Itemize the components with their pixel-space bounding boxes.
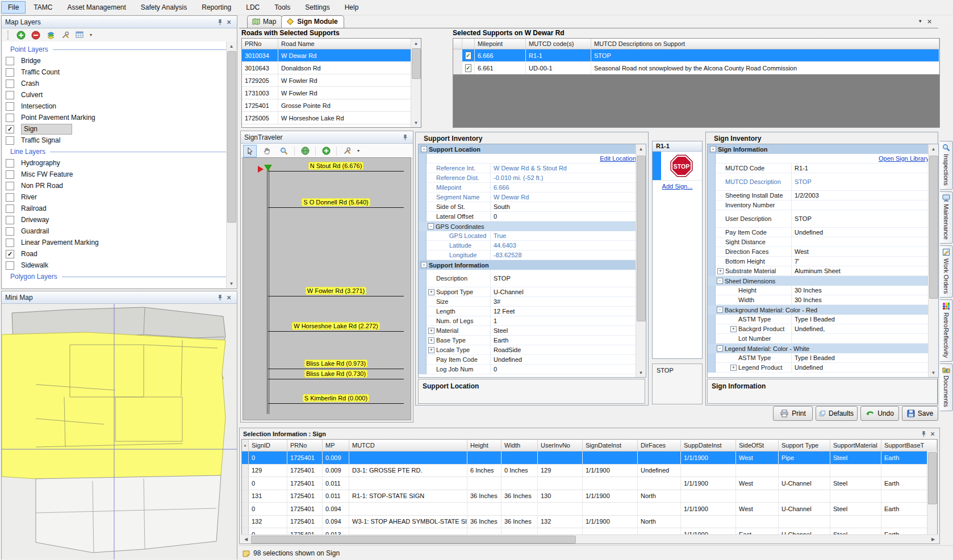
column-header[interactable]: UserInvNo — [538, 440, 583, 451]
column-header[interactable]: SignID — [249, 440, 287, 451]
column-header[interactable]: DirFaces — [638, 440, 681, 451]
layer-row[interactable]: Line Layers — [2, 146, 236, 157]
property-row[interactable]: Pay Item Code Undefined — [708, 228, 938, 237]
property-row[interactable]: Lot Number — [708, 334, 938, 344]
property-row[interactable]: GPS Located True — [419, 231, 646, 241]
tab-list-chevron-icon[interactable]: ▾ — [919, 18, 922, 25]
column-header[interactable]: SideOfSt — [736, 440, 779, 451]
property-row[interactable]: Num. of Legs 1 — [419, 316, 646, 326]
dropdown-arrow-icon[interactable]: ▾ — [90, 32, 92, 37]
property-row[interactable]: Sheeting Install Date 1/2/2003 — [708, 191, 938, 200]
layers-scrollbar[interactable]: ▲▼ — [226, 41, 236, 288]
property-row[interactable]: Segment Name W Dewar Rd — [419, 193, 646, 202]
layer-row[interactable]: Culvert — [2, 89, 236, 101]
property-row[interactable]: -Legend Material: Color - White — [708, 344, 938, 353]
column-header[interactable]: SignDateInst — [583, 440, 638, 451]
layer-checkbox[interactable] — [6, 159, 14, 168]
column-header[interactable]: SupportBaseT — [881, 440, 937, 451]
menu-item[interactable]: Asset Management — [60, 1, 132, 14]
property-row[interactable]: ASTM Type Type I Beaded — [708, 315, 938, 324]
property-row[interactable]: MUTCD Description STOP — [708, 173, 938, 191]
property-row[interactable]: Reference Dist. -0.010 mi. (-52 ft.) — [419, 173, 646, 183]
column-header[interactable]: SuppDateInst — [681, 440, 736, 451]
road-row[interactable]: 3010034 W Dewar Rd — [242, 49, 421, 62]
layer-checkbox[interactable] — [6, 102, 14, 111]
tab-sign-module[interactable]: Sign Module — [281, 15, 344, 28]
column-header[interactable]: PRNo — [242, 39, 278, 49]
pin-icon[interactable] — [919, 429, 928, 438]
road-row[interactable]: 3010643 Donaldson Rd — [242, 62, 421, 74]
layer-checkbox[interactable] — [6, 261, 14, 270]
expand-box-icon[interactable]: + — [428, 337, 434, 344]
crossroad-line[interactable]: Bliss Lake Rd (0.730) — [268, 370, 404, 379]
property-row[interactable]: +Material Steel — [419, 326, 646, 336]
sidetab-maintenance[interactable]: Maintenance — [940, 191, 953, 244]
close-icon[interactable]: × — [928, 429, 937, 438]
layer-checkbox[interactable] — [6, 239, 14, 247]
property-row[interactable]: Sight Distance — [708, 237, 938, 247]
property-row[interactable]: Width 30 Inches — [708, 295, 938, 305]
crossroad-line[interactable]: W Horseshoe Lake Rd (2.272) — [268, 323, 404, 332]
menu-item[interactable]: Help — [338, 1, 366, 14]
layers-icon[interactable] — [45, 30, 56, 40]
undo-button[interactable]: Undo — [860, 406, 899, 421]
menu-item[interactable]: Reporting — [195, 1, 238, 14]
menu-item[interactable]: Tools — [267, 1, 297, 14]
column-header[interactable]: Width — [501, 440, 538, 451]
zoom-icon[interactable] — [277, 145, 291, 157]
expand-box-icon[interactable]: + — [730, 365, 737, 371]
column-header[interactable]: MUTCD — [349, 440, 467, 451]
crossroad-line[interactable]: W Fowler Rd (3.271) — [268, 287, 404, 296]
column-header[interactable]: Support Type — [779, 440, 830, 451]
column-header[interactable]: Milepoint — [475, 39, 526, 49]
selection-vscrollbar[interactable] — [927, 451, 937, 534]
layer-row[interactable]: Linear Pavement Marking — [2, 237, 236, 248]
selection-hscrollbar[interactable]: ◀▶ — [241, 534, 938, 544]
road-row[interactable]: 1729205 W Fowler Rd — [242, 74, 421, 87]
property-row[interactable]: Bottom Height 7' — [708, 257, 938, 266]
layer-row[interactable]: Driveway — [2, 214, 236, 225]
crossroad-line[interactable]: N Stout Rd (6.676) — [268, 162, 404, 172]
column-header[interactable]: MUTCD code(s) — [526, 39, 591, 49]
property-row[interactable]: -Support Information — [419, 260, 646, 270]
column-header[interactable]: SupportMaterial — [830, 440, 881, 451]
property-row[interactable]: Open Sign Library... — [708, 154, 938, 164]
select-cursor-icon[interactable] — [243, 145, 257, 157]
signtraveler-map[interactable]: N Stout Rd (6.676) S O Donnell Rd (5.640… — [243, 157, 411, 420]
road-row[interactable]: 1725005 W Horseshoe Lake Rd — [242, 112, 421, 124]
layer-row[interactable]: Hydrography — [2, 157, 236, 169]
layer-row[interactable]: River — [2, 191, 236, 203]
mini-map-canvas[interactable] — [2, 304, 237, 559]
pin-icon[interactable] — [400, 133, 409, 142]
selection-row[interactable]: 132 1725401 0.094 W3-1: STOP AHEAD SYMBO… — [242, 516, 937, 529]
column-header[interactable]: Road Name — [278, 39, 421, 49]
layer-tools-icon[interactable] — [60, 30, 70, 40]
layer-row[interactable]: Non PR Road — [2, 180, 236, 191]
expand-box-icon[interactable]: - — [717, 345, 723, 352]
expand-box-icon[interactable]: + — [428, 328, 434, 334]
layer-row[interactable]: Bridge — [2, 55, 236, 66]
support-checkbox[interactable]: ✓ — [465, 64, 471, 72]
property-row[interactable]: Length 12 Feet — [419, 307, 646, 316]
property-row[interactable]: Milepoint 6.666 — [419, 183, 646, 193]
expand-box-icon[interactable]: - — [717, 278, 723, 284]
dropdown-arrow-icon[interactable]: ▾ — [357, 148, 360, 153]
add-sign-link[interactable]: Add Sign... — [653, 183, 702, 190]
property-row[interactable]: +Locale Type RoadSide — [419, 345, 646, 355]
roads-scrollbar[interactable]: ▲▼ — [411, 39, 421, 127]
property-row[interactable]: Size 3# — [419, 297, 646, 307]
layer-checkbox[interactable] — [6, 80, 14, 88]
expand-box-icon[interactable]: + — [428, 347, 434, 353]
layer-row[interactable]: Sidewalk — [2, 260, 236, 271]
support-row[interactable]: ✓ 6.666 R1-1 STOP — [453, 49, 939, 62]
property-row[interactable]: Height 30 Inches — [708, 286, 938, 295]
layer-checkbox[interactable] — [6, 68, 14, 77]
property-row[interactable]: MUTCD Code R1-1 — [708, 164, 938, 173]
column-header[interactable]: Height — [467, 440, 501, 451]
expand-box-icon[interactable]: - — [421, 262, 427, 268]
selection-table-header[interactable]: ▴ SignID PRNo MP MUTCD Height Width User… — [242, 440, 937, 452]
property-row[interactable]: User Description STOP — [708, 210, 938, 228]
menu-item[interactable]: TAMC — [27, 1, 59, 14]
property-row[interactable]: Inventory Number — [708, 200, 938, 210]
property-row[interactable]: +Base Type Earth — [419, 336, 646, 345]
